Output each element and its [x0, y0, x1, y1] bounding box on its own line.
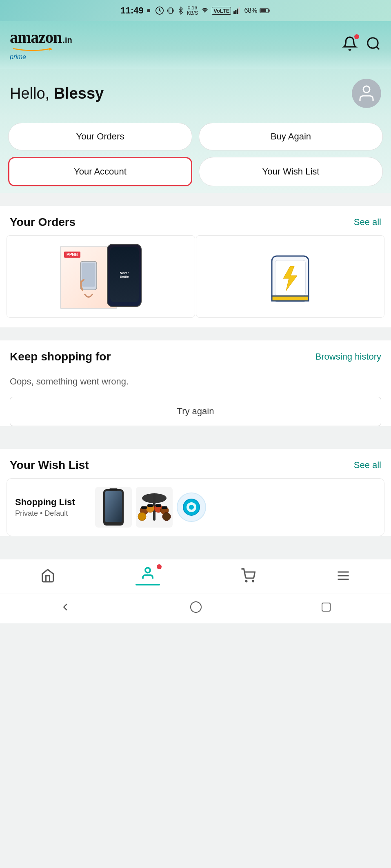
error-message: Oops, something went wrong.	[0, 370, 391, 393]
lte-icon: VoLTE	[212, 7, 231, 15]
system-recents-icon	[320, 601, 332, 613]
wish-list-card[interactable]: Shopping List Private • Default	[7, 478, 384, 536]
svg-rect-41	[162, 506, 167, 509]
your-wish-list-button[interactable]: Your Wish List	[199, 157, 383, 186]
svg-rect-10	[269, 9, 270, 11]
menu-nav-icon	[336, 568, 351, 583]
nav-active-indicator	[136, 584, 160, 585]
svg-rect-29	[109, 488, 118, 490]
vibrate-icon	[167, 6, 175, 15]
svg-point-37	[162, 512, 171, 521]
wish-product-2	[136, 487, 173, 528]
bluetooth-icon	[177, 6, 184, 15]
wish-phone-icon	[99, 488, 128, 527]
section-divider-1	[0, 193, 391, 198]
amazon-smile	[10, 47, 55, 53]
search-button[interactable]	[366, 36, 381, 53]
wish-list-title: Your Wish List	[10, 459, 89, 472]
bell-button[interactable]	[342, 36, 358, 53]
nav-account-dot	[157, 564, 162, 569]
search-icon	[366, 36, 381, 51]
keep-shopping-section: Keep shopping for Browsing history Oops,…	[0, 340, 391, 426]
system-home-icon	[189, 601, 202, 614]
status-icons: 0.16KB/S VoLTE 68%	[155, 5, 271, 16]
svg-rect-39	[147, 504, 153, 507]
network-speed: 0.16KB/S	[187, 5, 198, 16]
orders-section: Your Orders See all PPNB	[0, 206, 391, 327]
hello-section: Hello, Blessy	[0, 69, 391, 116]
amazon-suffix: .in	[62, 35, 72, 45]
nav-menu[interactable]	[336, 568, 351, 583]
wish-list-header: Your Wish List See all	[0, 449, 391, 478]
svg-rect-40	[156, 504, 161, 507]
amazon-logo: amazon .in prime	[10, 28, 72, 61]
greeting-text: Hello, Blessy	[10, 85, 104, 102]
wish-spice-rack-icon	[136, 488, 173, 527]
wish-list-section: Your Wish List See all Shopping List Pri…	[0, 449, 391, 536]
status-bar: 11:49 0.16KB/S VoLTE 68%	[0, 0, 391, 21]
nav-cart[interactable]	[241, 568, 255, 583]
avatar-icon	[357, 84, 376, 103]
order-item-1[interactable]: PPNB NeverSettle	[7, 235, 195, 318]
svg-rect-6	[237, 9, 238, 14]
account-nav-icon	[140, 566, 155, 581]
svg-rect-5	[235, 10, 237, 14]
svg-rect-38	[141, 506, 147, 509]
wifi-icon	[200, 7, 209, 14]
svg-rect-52	[322, 603, 330, 611]
section-divider-2	[0, 327, 391, 332]
status-time: 11:49	[121, 5, 144, 16]
svg-point-51	[191, 602, 201, 612]
wish-list-see-all[interactable]: See all	[354, 460, 381, 470]
svg-rect-7	[239, 7, 240, 14]
prime-label: prime	[10, 53, 72, 61]
your-account-button[interactable]: Your Account	[8, 157, 192, 186]
battery-icon	[260, 7, 270, 14]
quick-buttons-grid: Your Orders Buy Again Your Account Your …	[0, 116, 391, 193]
wish-list-sub: Private • Default	[15, 509, 89, 518]
svg-point-36	[138, 512, 146, 521]
battery-text: 68%	[244, 7, 257, 14]
wish-list-info: Shopping List Private • Default	[15, 497, 89, 518]
svg-rect-16	[82, 263, 95, 287]
nav-account[interactable]	[136, 566, 160, 585]
amazon-wordmark: amazon	[10, 28, 62, 47]
notification-dot	[354, 34, 359, 39]
orders-title: Your Orders	[10, 216, 76, 229]
system-nav	[0, 594, 391, 623]
orders-see-all[interactable]: See all	[354, 217, 381, 227]
your-orders-button[interactable]: Your Orders	[8, 123, 192, 150]
system-back-button[interactable]	[59, 601, 71, 615]
system-recents-button[interactable]	[320, 601, 332, 614]
system-home-button[interactable]	[189, 601, 202, 615]
alexa-icon	[182, 497, 201, 517]
buy-again-button[interactable]: Buy Again	[199, 123, 383, 150]
user-avatar[interactable]	[352, 79, 381, 108]
browsing-history-link[interactable]: Browsing history	[315, 351, 381, 362]
product-illustration	[72, 253, 105, 302]
signal-icon	[233, 7, 242, 14]
nav-home[interactable]	[40, 568, 55, 583]
bottom-nav	[0, 559, 391, 594]
status-dot	[147, 9, 150, 12]
svg-line-13	[376, 46, 379, 49]
wish-product-3	[177, 493, 206, 522]
svg-point-12	[368, 38, 378, 48]
order-item-2[interactable]	[196, 235, 384, 318]
svg-point-44	[189, 505, 194, 510]
svg-point-47	[252, 581, 253, 582]
svg-rect-24	[272, 296, 309, 301]
charger-product-icon	[264, 248, 317, 305]
svg-point-14	[363, 86, 370, 93]
svg-point-46	[246, 581, 247, 582]
orders-grid: PPNB NeverSettle	[0, 235, 391, 327]
try-again-button[interactable]: Try again	[10, 397, 381, 426]
svg-rect-4	[233, 11, 235, 14]
orders-section-header: Your Orders See all	[0, 206, 391, 235]
svg-rect-28	[105, 491, 122, 522]
svg-rect-9	[261, 9, 267, 12]
user-name: Blessy	[54, 85, 104, 102]
section-divider-3	[0, 436, 391, 441]
wish-list-name: Shopping List	[15, 497, 89, 508]
app-header: amazon .in prime	[0, 21, 391, 69]
